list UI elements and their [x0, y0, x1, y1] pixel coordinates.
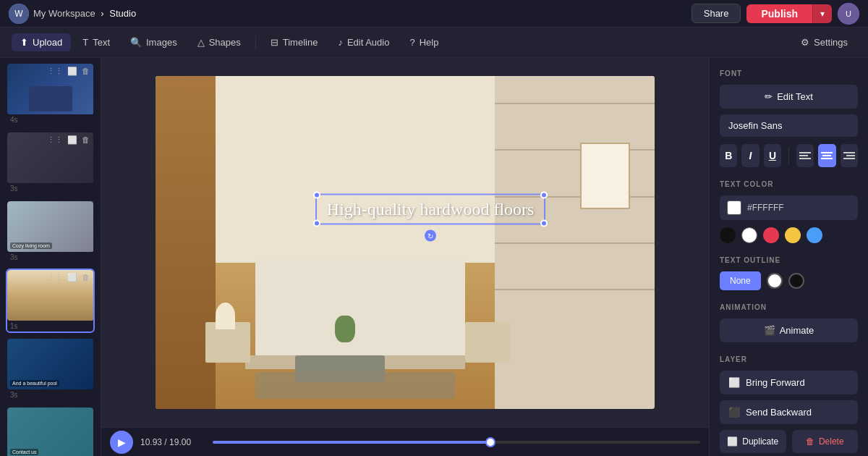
text-icon: T [82, 37, 88, 48]
slide-thumb-5[interactable]: ⋮⋮ ⬜ 🗑 And a beautiful pool 3s [6, 337, 95, 402]
animate-icon: 🎬 [764, 325, 775, 336]
bold-button[interactable]: B [720, 144, 737, 167]
color-white[interactable] [741, 227, 757, 243]
audio-icon: ♪ [338, 37, 343, 48]
handle-bottom-left[interactable] [313, 220, 320, 227]
publish-button[interactable]: Publish [746, 4, 812, 23]
underline-button[interactable]: U [764, 144, 781, 167]
slides-sidebar: ⋮⋮ ⬜ 🗑 4s ⋮⋮ ⬜ 🗑 3s [0, 58, 101, 456]
bring-forward-button[interactable]: ⬜ Bring Forward [720, 371, 858, 394]
align-right-button[interactable] [841, 144, 858, 167]
toolbar-timeline[interactable]: ⊟ Timeline [262, 33, 327, 51]
animation-label: ANIMATION [720, 303, 858, 311]
rotate-handle[interactable]: ↻ [425, 230, 436, 242]
toolbar-separator [255, 35, 256, 50]
handle-bottom-right[interactable] [540, 220, 548, 227]
color-blue[interactable] [807, 227, 822, 243]
slide-delete-icon-4[interactable]: 🗑 [80, 272, 91, 283]
align-left-button[interactable] [796, 144, 814, 167]
color-red[interactable] [763, 227, 779, 243]
handle-top-right[interactable] [540, 192, 548, 199]
progress-thumb[interactable] [485, 437, 495, 447]
slide-thumb-4[interactable]: ⋮⋮ ⬜ 🗑 1s [6, 269, 95, 333]
color-hex-value: #FFFFFF [747, 203, 784, 213]
gear-icon: ⚙ [801, 37, 809, 48]
slide-thumb-2[interactable]: ⋮⋮ ⬜ 🗑 3s [6, 131, 95, 195]
toolbar-shapes[interactable]: △ Shapes [189, 33, 250, 51]
color-swatch [727, 200, 741, 215]
outline-row: None [720, 271, 858, 290]
duplicate-button[interactable]: ⬜ Duplicate [720, 430, 786, 453]
slide-3-label: Cozy living room [10, 242, 52, 249]
slide-image-5: And a beautiful pool [7, 339, 94, 389]
send-backward-button[interactable]: ⬛ Send Backward [720, 400, 858, 424]
toolbar-upload[interactable]: ⬆ Upload [12, 33, 71, 51]
slide-image-6: Contact us [7, 408, 94, 456]
slide-image-3: Cozy living room [7, 201, 94, 252]
animation-section: ANIMATION 🎬 Animate [720, 303, 858, 342]
toolbar-edit-audio[interactable]: ♪ Edit Audio [329, 33, 398, 51]
publish-dropdown-button[interactable]: ▾ [812, 4, 832, 23]
color-dots-row [720, 227, 858, 243]
text-selection-box[interactable]: High-quality hardwood floors ↻ [315, 194, 546, 225]
send-backward-icon: ⬛ [728, 407, 740, 418]
toolbar: ⬆ Upload T Text 🔍 Images △ Shapes ⊟ Time… [0, 28, 868, 58]
slide-copy-icon-2[interactable]: ⬜ [66, 135, 79, 145]
timeline-icon: ⊟ [271, 37, 278, 48]
toolbar-help[interactable]: ? Help [401, 33, 447, 51]
share-button[interactable]: Share [692, 4, 741, 23]
canvas-text-overlay[interactable]: High-quality hardwood floors [327, 200, 535, 219]
slide-thumb-3[interactable]: ⋮⋮ ⬜ 🗑 Cozy living room 3s [6, 200, 95, 264]
duplicate-icon: ⬜ [727, 436, 738, 447]
toolbar-images[interactable]: 🔍 Images [122, 33, 186, 51]
edit-text-button[interactable]: ✏ Edit Text [720, 85, 858, 109]
toolbar-text[interactable]: T Text [74, 33, 119, 51]
animate-button[interactable]: 🎬 Animate [720, 318, 858, 342]
outline-white[interactable] [767, 273, 783, 289]
font-section-label: FONT [720, 69, 858, 77]
align-center-button[interactable] [818, 144, 835, 167]
slide-delete-icon-2[interactable]: 🗑 [80, 135, 91, 145]
font-section: FONT ✏ Edit Text Josefin Sans B I U [720, 69, 858, 167]
slide-thumb-1[interactable]: ⋮⋮ ⬜ 🗑 4s [6, 62, 95, 127]
slide-copy-icon-1[interactable]: ⬜ [66, 66, 79, 77]
color-yellow[interactable] [785, 227, 801, 243]
canvas-area: High-quality hardwood floors ↻ ▶ 10.93 /… [101, 58, 709, 456]
user-avatar: U [838, 3, 859, 25]
text-color-label: TEXT COLOR [720, 180, 858, 188]
text-color-section: TEXT COLOR #FFFFFF [720, 180, 858, 243]
slide-6-label: Contact us [10, 449, 38, 455]
slide-menu-icon-1[interactable]: ⋮⋮ [46, 66, 64, 77]
canvas[interactable]: High-quality hardwood floors ↻ [156, 76, 655, 409]
outline-black[interactable] [788, 273, 804, 289]
timeline-bar: ▶ 10.93 / 19.00 [101, 427, 709, 456]
format-separator [788, 147, 789, 164]
main-area: ⋮⋮ ⬜ 🗑 4s ⋮⋮ ⬜ 🗑 3s [0, 58, 868, 456]
outline-none-button[interactable]: None [720, 271, 761, 290]
delete-button[interactable]: 🗑 Delete [792, 430, 859, 453]
font-name-button[interactable]: Josefin Sans [720, 114, 858, 137]
handle-top-left[interactable] [313, 192, 320, 199]
upload-icon: ⬆ [20, 37, 28, 48]
italic-button[interactable]: I [741, 144, 759, 167]
help-icon: ? [409, 37, 414, 48]
bring-forward-icon: ⬜ [728, 377, 740, 388]
slide-menu-icon-2[interactable]: ⋮⋮ [46, 135, 64, 145]
play-button[interactable]: ▶ [110, 431, 133, 454]
canvas-container: High-quality hardwood floors ↻ [101, 58, 709, 427]
right-panel: FONT ✏ Edit Text Josefin Sans B I U [709, 58, 868, 456]
breadcrumb: My Workspace › Studio [33, 8, 136, 19]
progress-track[interactable] [213, 441, 700, 444]
svg-text:U: U [846, 9, 851, 18]
slide-copy-icon-4[interactable]: ⬜ [66, 272, 79, 283]
publish-group: Publish ▾ [746, 4, 832, 23]
slide-5-label: And a beautiful pool [10, 380, 59, 387]
color-black[interactable] [720, 227, 736, 243]
color-preview[interactable]: #FFFFFF [720, 195, 858, 220]
slide-delete-icon-1[interactable]: 🗑 [80, 66, 91, 77]
trash-icon: 🗑 [806, 436, 814, 447]
slide-menu-icon-4[interactable]: ⋮⋮ [46, 272, 64, 283]
text-format-row: B I U [720, 144, 858, 167]
slide-thumb-6[interactable]: ⋮⋮ ⬜ 🗑 Contact us 5s [6, 406, 95, 456]
toolbar-settings[interactable]: ⚙ Settings [792, 33, 856, 51]
